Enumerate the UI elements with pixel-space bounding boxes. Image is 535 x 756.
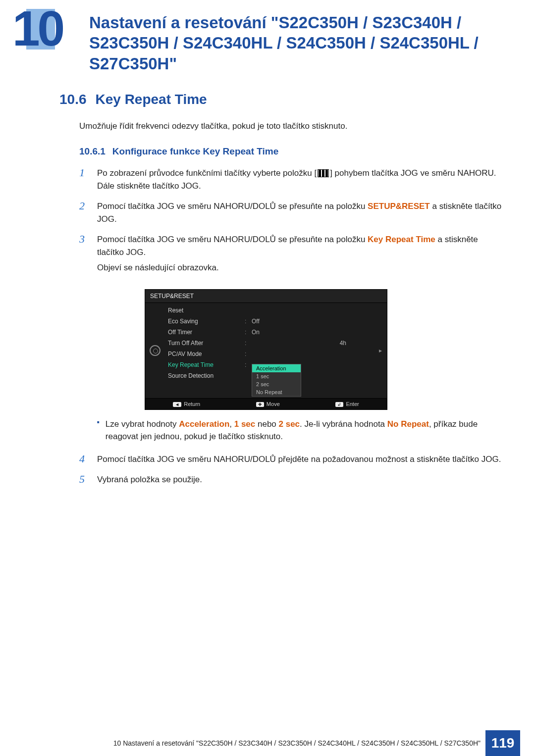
osd-row-pcav: PC/AV Mode :	[165, 349, 374, 359]
osd-row-offtimer: Off Timer : On	[165, 327, 374, 338]
highlight-acceleration: Acceleration	[179, 419, 229, 429]
osd-label-active: Key Repeat Time	[168, 361, 245, 368]
osd-right-arrow: ▸	[374, 303, 387, 398]
step-number: 5	[79, 473, 89, 486]
bullet-note: ■ Lze vybrat hodnoty Acceleration, 1 sec…	[97, 418, 505, 443]
popup-option: No Repeat	[252, 388, 301, 396]
text: Pomocí tlačítka JOG ve směru NAHORU/DOLŮ…	[97, 202, 368, 211]
text: Lze vybrat hodnoty	[106, 419, 179, 429]
enter-icon: ↲	[335, 402, 343, 407]
return-icon: ◄	[173, 402, 181, 407]
subsection-title: Konfigurace funkce Key Repeat Time	[112, 146, 278, 157]
section-number: 10.6	[59, 92, 87, 107]
chevron-right-icon: ▸	[379, 347, 382, 354]
step-body: Vybraná položka se použije.	[97, 473, 505, 486]
page-number: 119	[485, 730, 520, 756]
osd-row-reset: Reset	[165, 305, 374, 316]
step-4: 4 Pomocí tlačítka JOG ve směru NAHORU/DO…	[79, 453, 505, 466]
move-icon: ✚	[256, 402, 264, 407]
popup-option-selected: Acceleration	[252, 364, 301, 372]
osd-row-keyrepeat: Key Repeat Time : Acceleration 1 sec 2 s…	[165, 359, 374, 370]
colon: :	[245, 318, 252, 325]
step-body: Pomocí tlačítka JOG ve směru NAHORU/DOLŮ…	[97, 233, 505, 281]
osd-label: Eco Saving	[168, 318, 245, 325]
osd-footer-enter: Enter	[346, 401, 359, 407]
step-body: Pomocí tlačítka JOG ve směru NAHORU/DOLŮ…	[97, 200, 505, 225]
osd-footer-move: Move	[267, 401, 280, 407]
osd-value: On	[252, 329, 371, 336]
text: ,	[229, 419, 234, 429]
chapter-number: 10	[0, 0, 62, 57]
colon: :	[245, 351, 252, 357]
highlight-key-repeat: Key Repeat Time	[368, 235, 435, 244]
step-body: Po zobrazení průvodce funkčními tlačítky…	[97, 167, 505, 192]
osd-label: PC/AV Mode	[168, 351, 245, 357]
text: Po zobrazení průvodce funkčními tlačítky…	[97, 168, 317, 178]
step-2: 2 Pomocí tlačítka JOG ve směru NAHORU/DO…	[79, 200, 505, 225]
subsection-number: 10.6.1	[79, 146, 106, 157]
highlight-1sec: 1 sec	[234, 419, 256, 429]
step-body: Pomocí tlačítka JOG ve směru NAHORU/DOLŮ…	[97, 453, 505, 466]
page-footer: 10 Nastavení a resetování "S22C350H / S2…	[0, 730, 535, 756]
colon: :	[245, 361, 252, 368]
osd-label: Off Timer	[168, 329, 245, 336]
footer-text: 10 Nastavení a resetování "S22C350H / S2…	[113, 730, 485, 756]
osd-footer: ◄Return ✚Move ↲Enter	[145, 398, 387, 409]
bullet-text: Lze vybrat hodnoty Acceleration, 1 sec n…	[106, 418, 505, 443]
step-5: 5 Vybraná položka se použije.	[79, 473, 505, 486]
osd-menu: Reset Eco Saving : Off Off Timer : On	[165, 303, 374, 398]
osd-title: SETUP&RESET	[145, 290, 387, 303]
step-3: 3 Pomocí tlačítka JOG ve směru NAHORU/DO…	[79, 233, 505, 281]
section-title: Key Repeat Time	[96, 92, 207, 107]
step-number: 3	[79, 233, 89, 281]
section-heading: 10.6 Key Repeat Time	[59, 92, 505, 107]
step-number: 1	[79, 167, 89, 192]
text: nebo	[255, 419, 278, 429]
osd-value: 4h	[252, 340, 371, 347]
osd-row-eco: Eco Saving : Off	[165, 316, 374, 327]
subsection-heading: 10.6.1 Konfigurace funkce Key Repeat Tim…	[79, 146, 505, 157]
text: Pomocí tlačítka JOG ve směru NAHORU/DOLŮ…	[97, 235, 368, 244]
followup-text: Objeví se následující obrazovka.	[97, 261, 505, 274]
osd-sidebar	[145, 303, 165, 398]
section-description: Umožňuje řídit frekvenci odezvy tlačítka…	[79, 121, 505, 131]
osd-label: Source Detection	[168, 372, 245, 379]
colon: :	[245, 340, 252, 347]
osd-label: Reset	[168, 307, 245, 314]
osd-screenshot: SETUP&RESET Reset Eco Saving :	[145, 289, 387, 410]
chapter-header: 10 Nastavení a resetování "S22C350H / S2…	[0, 0, 535, 77]
step-number: 2	[79, 200, 89, 225]
osd-value: Off	[252, 318, 371, 325]
colon: :	[245, 329, 252, 336]
osd-label: Turn Off After	[168, 340, 245, 347]
osd-row-turnoff: Turn Off After : 4h	[165, 338, 374, 349]
menu-icon	[318, 169, 329, 177]
osd-footer-return: Return	[184, 401, 200, 407]
highlight-norepeat: No Repeat	[387, 419, 429, 429]
text: . Je-li vybrána hodnota	[300, 419, 387, 429]
step-number: 4	[79, 453, 89, 466]
popup-option: 2 sec	[252, 380, 301, 388]
highlight-2sec: 2 sec	[279, 419, 300, 429]
bullet-icon: ■	[97, 418, 100, 443]
chapter-title: Nastavení a resetování "S22C350H / S23C3…	[89, 12, 535, 74]
gear-icon	[150, 345, 160, 356]
popup-option: 1 sec	[252, 372, 301, 380]
step-1: 1 Po zobrazení průvodce funkčními tlačít…	[79, 167, 505, 192]
highlight-setup-reset: SETUP&RESET	[368, 202, 430, 211]
